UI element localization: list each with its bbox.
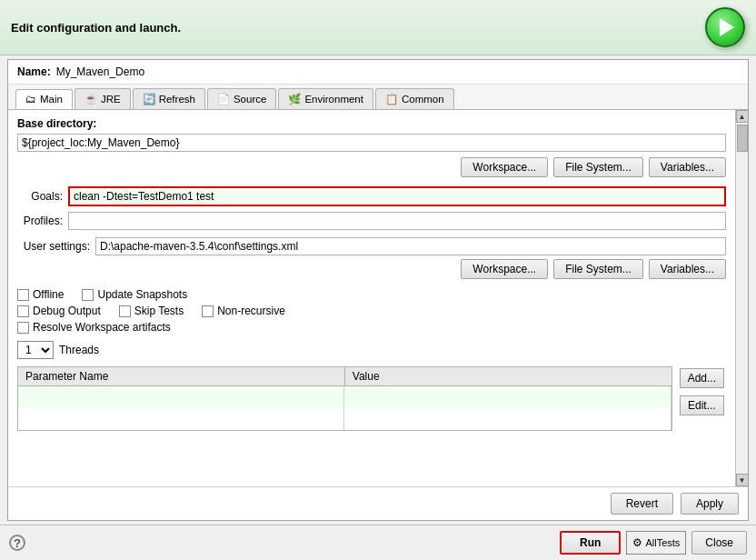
tab-main[interactable]: 🗂 Main xyxy=(15,89,73,109)
footer-bar: ? Run ⚙ AllTests Close xyxy=(0,525,756,560)
tab-source[interactable]: 📄 Source xyxy=(207,88,276,109)
non-recursive-label: Non-recursive xyxy=(217,305,285,317)
add-parameter-button[interactable]: Add... xyxy=(680,368,724,388)
offline-label: Offline xyxy=(33,288,64,301)
run-circle-button[interactable] xyxy=(705,7,745,47)
workspace-button-2[interactable]: Workspace... xyxy=(461,259,548,279)
name-label: Name: xyxy=(17,65,51,78)
table-row-2 xyxy=(18,408,671,430)
profiles-input[interactable] xyxy=(68,212,726,230)
all-tests-badge: ⚙ AllTests xyxy=(626,531,686,555)
update-snapshots-checkbox-item[interactable]: Update Snapshots xyxy=(82,288,187,301)
variables-button-2[interactable]: Variables... xyxy=(649,259,726,279)
workspace-button-1[interactable]: Workspace... xyxy=(461,157,548,177)
profiles-label: Profiles: xyxy=(17,215,63,227)
offline-checkbox-item[interactable]: Offline xyxy=(17,288,64,301)
checkbox-row-3: Resolve Workspace artifacts xyxy=(17,321,726,334)
name-row: Name: My_Maven_Demo xyxy=(8,60,748,85)
offline-checkbox[interactable] xyxy=(17,289,29,301)
debug-output-label: Debug Output xyxy=(33,305,101,317)
help-icon[interactable]: ? xyxy=(9,535,25,551)
common-icon: 📋 xyxy=(385,93,398,105)
top-header: Edit configuration and launch. xyxy=(0,0,756,55)
resolve-workspace-label: Resolve Workspace artifacts xyxy=(33,321,171,334)
scroll-up-arrow[interactable]: ▲ xyxy=(736,110,749,123)
tab-common[interactable]: 📋 Common xyxy=(375,88,454,109)
goals-label: Goals: xyxy=(17,190,63,203)
run-button[interactable]: Run xyxy=(560,531,621,555)
variables-button-1[interactable]: Variables... xyxy=(649,157,726,177)
base-directory-label: Base directory: xyxy=(17,117,726,130)
user-settings-input[interactable] xyxy=(95,237,726,255)
tab-refresh[interactable]: 🔄 Refresh xyxy=(133,88,205,109)
bottom-btn-row: Workspace... File System... Variables... xyxy=(17,259,726,279)
non-recursive-checkbox-item[interactable]: Non-recursive xyxy=(202,305,285,317)
tab-jre[interactable]: ☕ JRE xyxy=(75,88,131,109)
param-name-header: Parameter Name xyxy=(18,367,345,385)
threads-select[interactable]: 1 2 4 xyxy=(17,341,54,359)
main-icon: 🗂 xyxy=(25,94,36,105)
debug-output-checkbox[interactable] xyxy=(17,305,29,317)
param-name-cell-2 xyxy=(18,408,344,430)
revert-button[interactable]: Revert xyxy=(611,493,673,515)
goals-row: Goals: xyxy=(17,186,726,206)
all-tests-label: AllTests xyxy=(645,537,680,548)
top-btn-row: Workspace... File System... Variables... xyxy=(17,157,726,177)
skip-tests-label: Skip Tests xyxy=(134,305,184,317)
threads-label: Threads xyxy=(59,344,99,356)
content-area: Base directory: Workspace... File System… xyxy=(8,110,748,486)
scroll-thumb[interactable] xyxy=(737,125,748,152)
bottom-bar: Revert Apply xyxy=(8,486,748,520)
value-cell-1 xyxy=(344,386,671,408)
update-snapshots-label: Update Snapshots xyxy=(97,288,187,301)
base-directory-input[interactable] xyxy=(17,134,726,152)
tab-environment[interactable]: 🌿 Environment xyxy=(278,88,373,109)
edit-parameter-button[interactable]: Edit... xyxy=(680,395,724,415)
table-wrapper: Parameter Name Value Add... xyxy=(17,366,726,431)
apply-button[interactable]: Apply xyxy=(681,493,739,515)
non-recursive-checkbox[interactable] xyxy=(202,305,214,317)
table-row-1 xyxy=(18,386,671,408)
param-name-cell-1 xyxy=(18,386,344,408)
gear-icon: ⚙ xyxy=(632,536,642,549)
tabs-bar: 🗂 Main ☕ JRE 🔄 Refresh 📄 Source 🌿 Enviro… xyxy=(8,85,748,110)
source-icon: 📄 xyxy=(217,93,230,105)
header-title: Edit configuration and launch. xyxy=(11,21,181,35)
env-icon: 🌿 xyxy=(288,93,301,105)
profiles-row: Profiles: xyxy=(17,212,726,230)
table-buttons: Add... Edit... xyxy=(672,366,726,431)
parameter-table: Parameter Name Value xyxy=(17,366,672,431)
scroll-down-arrow[interactable]: ▼ xyxy=(736,474,749,486)
resolve-workspace-checkbox-item[interactable]: Resolve Workspace artifacts xyxy=(17,321,171,334)
goals-input[interactable] xyxy=(68,186,726,206)
value-cell-2 xyxy=(344,408,671,430)
jre-icon: ☕ xyxy=(85,93,97,105)
skip-tests-checkbox[interactable] xyxy=(119,305,131,317)
scrollbar[interactable]: ▲ ▼ xyxy=(735,110,748,486)
value-header: Value xyxy=(345,367,671,385)
table-header: Parameter Name Value xyxy=(18,367,671,386)
checkboxes-section: Offline Update Snapshots Debug Output xyxy=(17,288,726,334)
user-settings-row: User settings: xyxy=(17,237,726,255)
dialog-area: Name: My_Maven_Demo 🗂 Main ☕ JRE 🔄 Refre… xyxy=(7,59,749,521)
debug-output-checkbox-item[interactable]: Debug Output xyxy=(17,305,101,317)
threads-row: 1 2 4 Threads xyxy=(17,341,726,359)
refresh-icon: 🔄 xyxy=(143,93,155,105)
footer-right-buttons: Run ⚙ AllTests Close xyxy=(560,531,747,555)
update-snapshots-checkbox[interactable] xyxy=(82,289,94,301)
skip-tests-checkbox-item[interactable]: Skip Tests xyxy=(119,305,184,317)
file-system-button-2[interactable]: File System... xyxy=(553,259,643,279)
checkbox-row-1: Offline Update Snapshots xyxy=(17,288,726,301)
scrollable-content: Base directory: Workspace... File System… xyxy=(8,110,735,486)
close-button[interactable]: Close xyxy=(691,531,747,555)
name-value: My_Maven_Demo xyxy=(56,65,144,78)
user-settings-label: User settings: xyxy=(17,240,90,253)
checkbox-row-2: Debug Output Skip Tests Non-recursive xyxy=(17,305,726,317)
resolve-workspace-checkbox[interactable] xyxy=(17,322,29,334)
file-system-button-1[interactable]: File System... xyxy=(553,157,643,177)
